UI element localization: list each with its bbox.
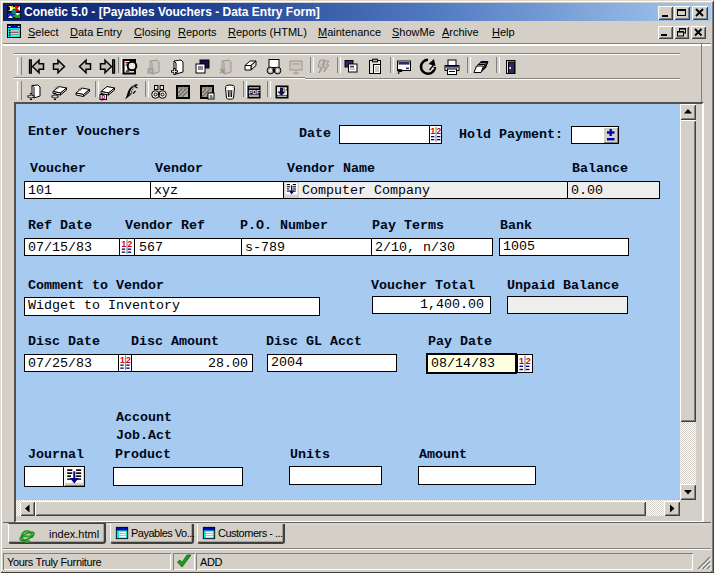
svg-text:1: 1 — [120, 355, 125, 365]
svg-text:1: 1 — [121, 239, 126, 249]
svg-text:2: 2 — [526, 356, 531, 366]
svg-text:2: 2 — [437, 126, 441, 136]
svg-text:F: F — [398, 67, 403, 76]
svg-text:p: p — [101, 93, 105, 101]
svg-text:2: 2 — [126, 355, 131, 365]
svg-text:s: s — [209, 93, 213, 100]
svg-text:2: 2 — [128, 239, 133, 249]
svg-text:PDF: PDF — [249, 89, 261, 95]
svg-text:1: 1 — [519, 356, 524, 366]
svg-text:1: 1 — [430, 126, 435, 136]
